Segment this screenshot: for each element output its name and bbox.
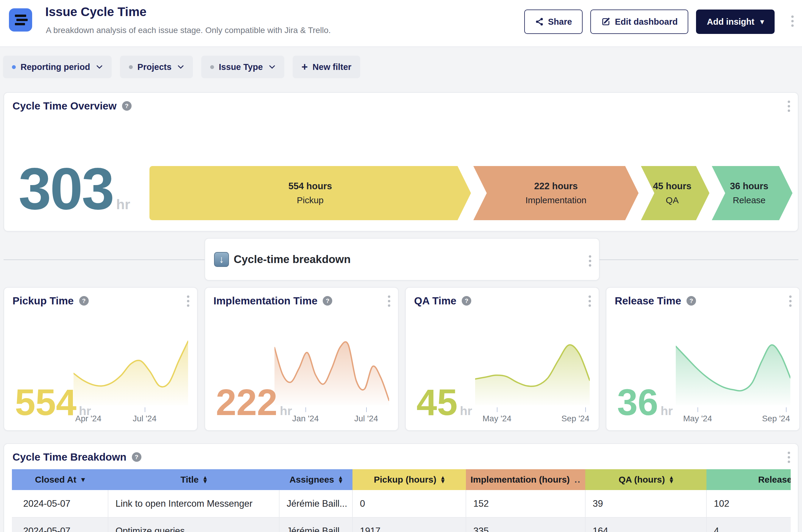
app-menu-icon[interactable]	[9, 8, 32, 32]
filter-label: Reporting period	[21, 62, 90, 72]
banner-title: Cycle-time breakdown	[234, 253, 351, 266]
filter-status-dot	[129, 65, 133, 69]
table-cell: 0	[353, 490, 466, 517]
sort-truncated-icon: ..	[575, 475, 581, 485]
column-label: Closed At	[35, 475, 76, 485]
page-kebab-menu[interactable]	[791, 16, 794, 27]
card-title: Pickup Time	[13, 295, 74, 307]
table-cell: 335	[466, 517, 585, 532]
axis-tick-label: Sep '24	[561, 414, 590, 423]
stage-label: QA	[666, 195, 678, 205]
sort-icon: ▲▼	[203, 476, 207, 483]
column-label: Release (hours)	[758, 475, 791, 485]
axis-tick-label: Sep '24	[762, 414, 790, 423]
table-cell: Jérémie Baill...	[279, 517, 353, 532]
total-cycle-time: 303 hr	[18, 159, 130, 218]
table-cell: 39	[585, 490, 706, 517]
share-button[interactable]: Share	[524, 10, 583, 34]
total-cycle-time-unit: hr	[116, 196, 130, 212]
sort-icon: ▲▼	[441, 476, 445, 483]
filter-status-dot	[210, 65, 214, 69]
table-row[interactable]: 2024-05-07Optimize queriesJérémie Baill.…	[12, 517, 791, 532]
column-header-implementation-hours-[interactable]: Implementation (hours)..	[466, 469, 585, 490]
filter-bar: Reporting period Projects Issue Type + N…	[3, 56, 360, 78]
sort-desc-icon: ▼	[81, 477, 85, 482]
help-icon[interactable]: ?	[323, 296, 332, 306]
filter-status-dot	[12, 65, 16, 69]
card-kebab-menu[interactable]	[388, 296, 390, 307]
axis-tick-label: Jan '24	[292, 414, 319, 423]
edit-dashboard-button-label: Edit dashboard	[615, 17, 677, 27]
column-header-qa-hours-[interactable]: QA (hours)▲▼	[585, 469, 706, 490]
filter-label: Issue Type	[219, 62, 263, 72]
share-button-label: Share	[548, 17, 572, 27]
column-header-release-hours-[interactable]: Release (hours)▲▼	[706, 469, 791, 490]
menu-bar-icon	[15, 23, 25, 25]
sort-icon: ▲▼	[339, 476, 342, 483]
card-kebab-menu[interactable]	[788, 452, 790, 463]
edit-dashboard-button[interactable]: Edit dashboard	[590, 10, 688, 34]
filter-projects[interactable]: Projects	[120, 56, 193, 78]
card-kebab-menu[interactable]	[788, 100, 790, 112]
chevron-down-icon: ▾	[760, 18, 764, 26]
funnel-stage-implementation: 222 hoursImplementation	[473, 166, 638, 220]
card-kebab-menu[interactable]	[187, 296, 189, 307]
column-label: Title	[181, 475, 199, 485]
chevron-down-icon	[178, 65, 184, 69]
table-cell: 152	[466, 490, 585, 517]
metric-value: 45hr	[416, 384, 472, 421]
metric-unit: hr	[79, 404, 91, 418]
breakdown-table: Closed At▼Title▲▼Assignees▲▼Pickup (hour…	[12, 469, 791, 532]
help-icon[interactable]: ?	[462, 296, 471, 306]
table-body: 2024-05-07Link to open Intercom Messenge…	[12, 490, 791, 532]
metric-value: 554hr	[15, 384, 91, 421]
filter-issue-type[interactable]: Issue Type	[201, 56, 284, 78]
table-cell: Optimize queries	[108, 517, 279, 532]
add-insight-button[interactable]: Add insight ▾	[696, 10, 775, 34]
chevron-down-icon	[96, 65, 103, 69]
column-header-closed-at[interactable]: Closed At▼	[12, 469, 108, 490]
share-icon	[535, 17, 544, 26]
axis-tick	[305, 407, 306, 412]
card-kebab-menu[interactable]	[589, 296, 591, 307]
metric-unit: hr	[660, 404, 673, 418]
table-row[interactable]: 2024-05-07Link to open Intercom Messenge…	[12, 490, 791, 517]
edit-icon	[601, 17, 611, 26]
axis-tick	[697, 407, 698, 412]
axis-tick-label: May '24	[483, 414, 511, 423]
sort-icon: ▲▼	[670, 476, 673, 483]
card-kebab-menu[interactable]	[589, 255, 591, 267]
help-icon[interactable]: ?	[132, 452, 142, 462]
total-cycle-time-value: 303	[18, 159, 113, 218]
help-icon[interactable]: ?	[79, 296, 89, 306]
axis-tick	[786, 407, 786, 412]
sparkline-chart	[676, 335, 790, 405]
page-title: Issue Cycle Time	[45, 5, 147, 19]
stage-hours: 45 hours	[653, 181, 691, 192]
funnel-stage-release: 36 hoursRelease	[712, 166, 792, 220]
stage-label: Implementation	[525, 195, 586, 205]
menu-bar-icon	[15, 15, 26, 17]
table-cell: 4	[706, 517, 791, 532]
down-arrow-emoji-icon: ↓	[214, 252, 229, 267]
help-icon[interactable]: ?	[122, 101, 132, 111]
new-filter-button[interactable]: + New filter	[293, 56, 360, 78]
card-kebab-menu[interactable]	[789, 296, 791, 307]
qa-time-card: QA Time?May '24Sep '2445hr	[405, 287, 599, 431]
help-icon[interactable]: ?	[687, 296, 696, 306]
table-cell: Jérémie Baill...	[279, 490, 353, 517]
metric-number: 45	[416, 384, 458, 421]
filter-reporting-period[interactable]: Reporting period	[3, 56, 112, 78]
column-label: Assignees	[290, 475, 334, 485]
cycle-time-breakdown-banner: ↓ Cycle-time breakdown	[205, 238, 600, 281]
axis-tick-label: Jul '24	[354, 414, 378, 423]
column-header-title[interactable]: Title▲▼	[108, 469, 279, 490]
column-header-assignees[interactable]: Assignees▲▼	[279, 469, 353, 490]
stage-hours: 554 hours	[288, 181, 332, 192]
metric-number: 36	[617, 384, 658, 421]
axis-tick	[366, 407, 367, 412]
table-cell: 2024-05-07	[12, 517, 108, 532]
column-header-pickup-hours-[interactable]: Pickup (hours)▲▼	[353, 469, 466, 490]
column-label: Implementation (hours)	[470, 475, 570, 485]
pickup-time-card: Pickup Time?Apr '24Jul '24554hr	[4, 287, 198, 431]
